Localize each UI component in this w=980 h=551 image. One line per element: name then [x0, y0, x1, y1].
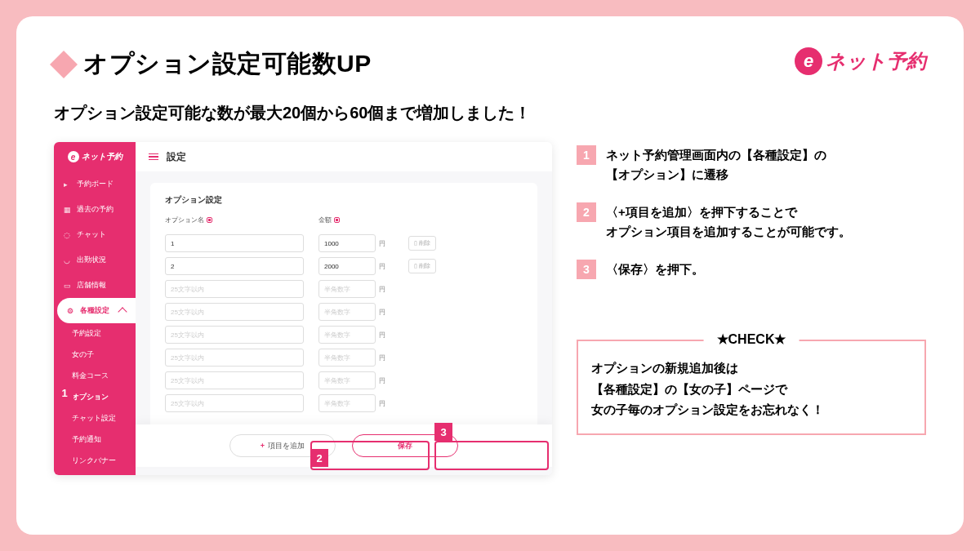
step: 2〈+項目を追加〉を押下することでオプション項目を追加することが可能です。 [577, 202, 926, 242]
sidebar-item-store[interactable]: ▭店舗情報 [54, 273, 136, 298]
delete-button[interactable]: ▯削除 [408, 236, 436, 251]
logo-e-icon: e [795, 47, 822, 75]
callout-3: 3 [434, 423, 452, 441]
sidebar-logo-text: ネット予約 [82, 151, 122, 162]
trash-icon: ▯ [414, 263, 417, 269]
option-name-input[interactable]: 25文字以内 [165, 326, 304, 344]
option-name-input[interactable]: 25文字以内 [165, 303, 304, 321]
gear-icon: ⚙ [67, 307, 75, 315]
diamond-icon [50, 51, 78, 78]
highlight-box-3 [434, 441, 549, 470]
sidebar-sub-banner[interactable]: リンクバナー [54, 451, 136, 472]
yen-label: 円 [379, 331, 385, 340]
chevron-up-icon [118, 307, 127, 316]
yen-label: 円 [379, 262, 385, 271]
content-row: e ネット予約 ▸予約ボード ▦過去の予約 ◌チャット ◡出勤状況 ▭店舗情報 … [54, 142, 926, 475]
required-icon [207, 217, 212, 223]
step: 3〈保存〉を押下。 [577, 260, 926, 279]
hamburger-icon[interactable] [149, 153, 158, 161]
plus-icon: + [261, 442, 265, 450]
steps-column: 1ネット予約管理画面内の【各種設定】の【オプション】に遷移2〈+項目を追加〉を押… [577, 142, 926, 435]
option-row: 25文字以内半角数字円 [165, 326, 523, 344]
step-number: 1 [577, 145, 596, 165]
store-icon: ▭ [64, 282, 72, 290]
main-title: 設定 [167, 150, 186, 164]
sidebar-sub-notify[interactable]: 予約通知 [54, 429, 136, 451]
option-name-input[interactable]: 25文字以内 [165, 280, 304, 298]
panel-title: オプション設定 [165, 194, 523, 206]
option-row: 25文字以内半角数字円 [165, 280, 523, 298]
option-name-input[interactable]: 1 [165, 234, 304, 252]
app-screenshot: e ネット予約 ▸予約ボード ▦過去の予約 ◌チャット ◡出勤状況 ▭店舗情報 … [54, 142, 552, 475]
option-price-input[interactable]: 半角数字 [318, 326, 376, 344]
callout-1: 1 [56, 384, 74, 402]
yen-label: 円 [379, 239, 385, 248]
check-body: オプションの新規追加後は【各種設定】の【女の子】ページで女の子毎のオプション設定… [591, 358, 911, 420]
subtitle: オプション設定可能な数が最大20個から60個まで増加しました！ [54, 102, 926, 124]
title-wrap: オプション設定可能数UP [54, 47, 372, 81]
step-text: 〈+項目を追加〉を押下することでオプション項目を追加することが可能です。 [606, 202, 851, 242]
step-text: 〈保存〉を押下。 [606, 260, 704, 279]
step-number: 2 [577, 202, 596, 222]
yen-label: 円 [379, 308, 385, 317]
app-main: 設定 オプション設定 オプション名 金額 11000円▯削除22000円▯削除2… [136, 142, 552, 475]
col-price-header: 金額 [318, 216, 392, 224]
sidebar-sub-reservation[interactable]: 予約設定 [54, 323, 136, 344]
check-title: ★CHECK★ [704, 331, 800, 347]
option-price-input[interactable]: 半角数字 [318, 280, 376, 298]
option-row: 25文字以内半角数字円 [165, 349, 523, 367]
option-name-input[interactable]: 25文字以内 [165, 394, 304, 412]
app-main-header: 設定 [136, 142, 552, 171]
yen-label: 円 [379, 376, 385, 385]
sidebar-logo-e-icon: e [68, 151, 79, 162]
option-name-input[interactable]: 25文字以内 [165, 349, 304, 367]
option-row: 25文字以内半角数字円 [165, 303, 523, 321]
option-price-input[interactable]: 2000 [318, 257, 376, 275]
delete-button[interactable]: ▯削除 [408, 259, 436, 273]
step-number: 3 [577, 260, 596, 279]
option-row: 11000円▯削除 [165, 234, 523, 252]
option-price-input[interactable]: 半角数字 [318, 349, 376, 367]
board-icon: ▸ [64, 180, 72, 189]
logo-text: ネット予約 [826, 48, 926, 74]
yen-label: 円 [379, 399, 385, 408]
yen-label: 円 [379, 353, 385, 362]
sidebar-sub-chatset[interactable]: チャット設定 [54, 408, 136, 429]
page-title: オプション設定可能数UP [83, 47, 372, 81]
option-name-input[interactable]: 2 [165, 257, 304, 275]
sidebar-sub-girls[interactable]: 女の子 [54, 344, 136, 366]
option-price-input[interactable]: 半角数字 [318, 371, 376, 389]
sidebar-logo: e ネット予約 [54, 142, 136, 171]
option-price-input[interactable]: 半角数字 [318, 303, 376, 321]
chat-icon: ◌ [64, 231, 72, 239]
option-panel: オプション設定 オプション名 金額 11000円▯削除22000円▯削除25文字… [150, 183, 537, 460]
option-price-input[interactable]: 1000 [318, 234, 376, 252]
step: 1ネット予約管理画面内の【各種設定】の【オプション】に遷移 [577, 145, 926, 184]
col-name-header: オプション名 [165, 216, 304, 224]
sidebar-item-chat[interactable]: ◌チャット [54, 222, 136, 247]
header-row: オプション設定可能数UP e ネット予約 [54, 47, 926, 81]
callout-2: 2 [310, 449, 328, 467]
app-sidebar: e ネット予約 ▸予約ボード ▦過去の予約 ◌チャット ◡出勤状況 ▭店舗情報 … [54, 142, 136, 475]
column-headers: オプション名 金額 [165, 216, 523, 229]
option-row: 25文字以内半角数字円 [165, 394, 523, 412]
brand-logo: e ネット予約 [795, 47, 926, 75]
option-row: 22000円▯削除 [165, 257, 523, 275]
step-text: ネット予約管理画面内の【各種設定】の【オプション】に遷移 [606, 145, 826, 184]
option-row: 25文字以内半角数字円 [165, 371, 523, 389]
history-icon: ▦ [64, 206, 72, 214]
attendance-icon: ◡ [64, 256, 72, 264]
option-name-input[interactable]: 25文字以内 [165, 371, 304, 389]
sidebar-item-board[interactable]: ▸予約ボード [54, 171, 136, 197]
rows-container: 11000円▯削除22000円▯削除25文字以内半角数字円25文字以内半角数字円… [165, 234, 523, 412]
required-icon [334, 217, 340, 223]
yen-label: 円 [379, 285, 385, 294]
sidebar-item-settings[interactable]: ⚙各種設定 [57, 298, 136, 323]
sidebar-item-attendance[interactable]: ◡出勤状況 [54, 247, 136, 273]
check-box: ★CHECK★ オプションの新規追加後は【各種設定】の【女の子】ページで女の子毎… [577, 340, 926, 435]
sidebar-item-history[interactable]: ▦過去の予約 [54, 197, 136, 222]
option-price-input[interactable]: 半角数字 [318, 394, 376, 412]
slide-card: オプション設定可能数UP e ネット予約 オプション設定可能な数が最大20個から… [16, 16, 964, 535]
trash-icon: ▯ [414, 240, 417, 247]
